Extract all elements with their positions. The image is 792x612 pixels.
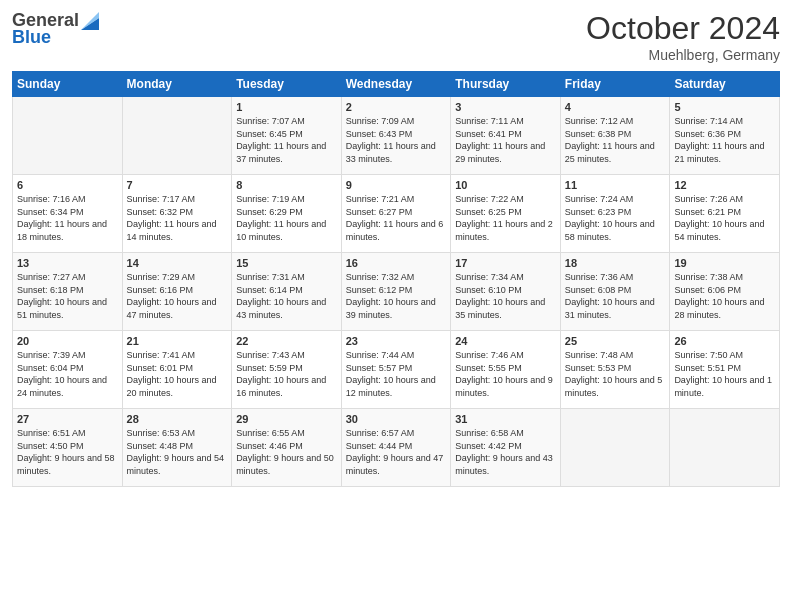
sunset-text: Sunset: 6:01 PM: [127, 363, 194, 373]
day-number: 22: [236, 335, 337, 347]
day-info: Sunrise: 7:38 AMSunset: 6:06 PMDaylight:…: [674, 271, 775, 321]
day-number: 20: [17, 335, 118, 347]
daylight-text: Daylight: 10 hours and 58 minutes.: [565, 219, 655, 242]
day-number: 24: [455, 335, 556, 347]
sunset-text: Sunset: 6:12 PM: [346, 285, 413, 295]
sunrise-text: Sunrise: 7:31 AM: [236, 272, 305, 282]
daylight-text: Daylight: 11 hours and 6 minutes.: [346, 219, 444, 242]
sunset-text: Sunset: 6:45 PM: [236, 129, 303, 139]
daylight-text: Daylight: 10 hours and 20 minutes.: [127, 375, 217, 398]
day-info: Sunrise: 7:46 AMSunset: 5:55 PMDaylight:…: [455, 349, 556, 399]
title-section: October 2024 Muehlberg, Germany: [586, 10, 780, 63]
sunset-text: Sunset: 6:06 PM: [674, 285, 741, 295]
sunset-text: Sunset: 6:21 PM: [674, 207, 741, 217]
sunrise-text: Sunrise: 7:14 AM: [674, 116, 743, 126]
calendar-cell: 13Sunrise: 7:27 AMSunset: 6:18 PMDayligh…: [13, 253, 123, 331]
col-tuesday: Tuesday: [232, 72, 342, 97]
calendar-cell: 18Sunrise: 7:36 AMSunset: 6:08 PMDayligh…: [560, 253, 670, 331]
sunrise-text: Sunrise: 7:16 AM: [17, 194, 86, 204]
sunrise-text: Sunrise: 7:41 AM: [127, 350, 196, 360]
sunrise-text: Sunrise: 7:36 AM: [565, 272, 634, 282]
sunrise-text: Sunrise: 7:29 AM: [127, 272, 196, 282]
calendar-cell: 4Sunrise: 7:12 AMSunset: 6:38 PMDaylight…: [560, 97, 670, 175]
sunset-text: Sunset: 6:41 PM: [455, 129, 522, 139]
sunset-text: Sunset: 5:55 PM: [455, 363, 522, 373]
sunrise-text: Sunrise: 7:34 AM: [455, 272, 524, 282]
daylight-text: Daylight: 10 hours and 39 minutes.: [346, 297, 436, 320]
calendar-cell: 3Sunrise: 7:11 AMSunset: 6:41 PMDaylight…: [451, 97, 561, 175]
daylight-text: Daylight: 11 hours and 14 minutes.: [127, 219, 217, 242]
day-info: Sunrise: 7:17 AMSunset: 6:32 PMDaylight:…: [127, 193, 228, 243]
day-info: Sunrise: 7:21 AMSunset: 6:27 PMDaylight:…: [346, 193, 447, 243]
day-info: Sunrise: 6:58 AMSunset: 4:42 PMDaylight:…: [455, 427, 556, 477]
day-info: Sunrise: 7:48 AMSunset: 5:53 PMDaylight:…: [565, 349, 666, 399]
daylight-text: Daylight: 10 hours and 5 minutes.: [565, 375, 663, 398]
col-thursday: Thursday: [451, 72, 561, 97]
sunset-text: Sunset: 6:23 PM: [565, 207, 632, 217]
calendar-cell: 26Sunrise: 7:50 AMSunset: 5:51 PMDayligh…: [670, 331, 780, 409]
sunrise-text: Sunrise: 7:12 AM: [565, 116, 634, 126]
sunset-text: Sunset: 6:43 PM: [346, 129, 413, 139]
day-info: Sunrise: 7:50 AMSunset: 5:51 PMDaylight:…: [674, 349, 775, 399]
daylight-text: Daylight: 11 hours and 18 minutes.: [17, 219, 107, 242]
calendar-cell: 29Sunrise: 6:55 AMSunset: 4:46 PMDayligh…: [232, 409, 342, 487]
day-number: 7: [127, 179, 228, 191]
sunset-text: Sunset: 6:36 PM: [674, 129, 741, 139]
calendar-week-3: 13Sunrise: 7:27 AMSunset: 6:18 PMDayligh…: [13, 253, 780, 331]
calendar-cell: 1Sunrise: 7:07 AMSunset: 6:45 PMDaylight…: [232, 97, 342, 175]
day-number: 23: [346, 335, 447, 347]
daylight-text: Daylight: 10 hours and 12 minutes.: [346, 375, 436, 398]
day-info: Sunrise: 7:11 AMSunset: 6:41 PMDaylight:…: [455, 115, 556, 165]
day-info: Sunrise: 7:31 AMSunset: 6:14 PMDaylight:…: [236, 271, 337, 321]
sunrise-text: Sunrise: 7:26 AM: [674, 194, 743, 204]
daylight-text: Daylight: 10 hours and 9 minutes.: [455, 375, 553, 398]
sunset-text: Sunset: 6:34 PM: [17, 207, 84, 217]
day-number: 28: [127, 413, 228, 425]
sunset-text: Sunset: 6:14 PM: [236, 285, 303, 295]
page-container: General Blue October 2024 Muehlberg, Ger…: [0, 0, 792, 497]
day-number: 11: [565, 179, 666, 191]
sunset-text: Sunset: 4:50 PM: [17, 441, 84, 451]
daylight-text: Daylight: 10 hours and 24 minutes.: [17, 375, 107, 398]
day-number: 10: [455, 179, 556, 191]
daylight-text: Daylight: 9 hours and 43 minutes.: [455, 453, 553, 476]
calendar-cell: 21Sunrise: 7:41 AMSunset: 6:01 PMDayligh…: [122, 331, 232, 409]
day-number: 15: [236, 257, 337, 269]
day-info: Sunrise: 7:41 AMSunset: 6:01 PMDaylight:…: [127, 349, 228, 399]
calendar-cell: 24Sunrise: 7:46 AMSunset: 5:55 PMDayligh…: [451, 331, 561, 409]
day-number: 8: [236, 179, 337, 191]
sunset-text: Sunset: 4:46 PM: [236, 441, 303, 451]
day-info: Sunrise: 7:44 AMSunset: 5:57 PMDaylight:…: [346, 349, 447, 399]
day-info: Sunrise: 6:53 AMSunset: 4:48 PMDaylight:…: [127, 427, 228, 477]
day-number: 21: [127, 335, 228, 347]
day-info: Sunrise: 7:24 AMSunset: 6:23 PMDaylight:…: [565, 193, 666, 243]
daylight-text: Daylight: 11 hours and 25 minutes.: [565, 141, 655, 164]
daylight-text: Daylight: 10 hours and 31 minutes.: [565, 297, 655, 320]
sunset-text: Sunset: 5:59 PM: [236, 363, 303, 373]
daylight-text: Daylight: 10 hours and 28 minutes.: [674, 297, 764, 320]
sunset-text: Sunset: 6:10 PM: [455, 285, 522, 295]
day-info: Sunrise: 6:55 AMSunset: 4:46 PMDaylight:…: [236, 427, 337, 477]
calendar-cell: 27Sunrise: 6:51 AMSunset: 4:50 PMDayligh…: [13, 409, 123, 487]
calendar-week-1: 1Sunrise: 7:07 AMSunset: 6:45 PMDaylight…: [13, 97, 780, 175]
day-info: Sunrise: 7:09 AMSunset: 6:43 PMDaylight:…: [346, 115, 447, 165]
sunrise-text: Sunrise: 7:38 AM: [674, 272, 743, 282]
logo: General Blue: [12, 10, 99, 48]
day-info: Sunrise: 7:27 AMSunset: 6:18 PMDaylight:…: [17, 271, 118, 321]
day-number: 26: [674, 335, 775, 347]
calendar-cell: 17Sunrise: 7:34 AMSunset: 6:10 PMDayligh…: [451, 253, 561, 331]
calendar-cell: 15Sunrise: 7:31 AMSunset: 6:14 PMDayligh…: [232, 253, 342, 331]
sunrise-text: Sunrise: 7:48 AM: [565, 350, 634, 360]
day-info: Sunrise: 7:39 AMSunset: 6:04 PMDaylight:…: [17, 349, 118, 399]
sunrise-text: Sunrise: 7:32 AM: [346, 272, 415, 282]
sunrise-text: Sunrise: 7:17 AM: [127, 194, 196, 204]
day-number: 16: [346, 257, 447, 269]
location-text: Muehlberg, Germany: [586, 47, 780, 63]
calendar-cell: 9Sunrise: 7:21 AMSunset: 6:27 PMDaylight…: [341, 175, 451, 253]
sunrise-text: Sunrise: 7:11 AM: [455, 116, 524, 126]
sunset-text: Sunset: 5:53 PM: [565, 363, 632, 373]
col-friday: Friday: [560, 72, 670, 97]
header: General Blue October 2024 Muehlberg, Ger…: [12, 10, 780, 63]
calendar-cell: 11Sunrise: 7:24 AMSunset: 6:23 PMDayligh…: [560, 175, 670, 253]
sunrise-text: Sunrise: 7:22 AM: [455, 194, 524, 204]
